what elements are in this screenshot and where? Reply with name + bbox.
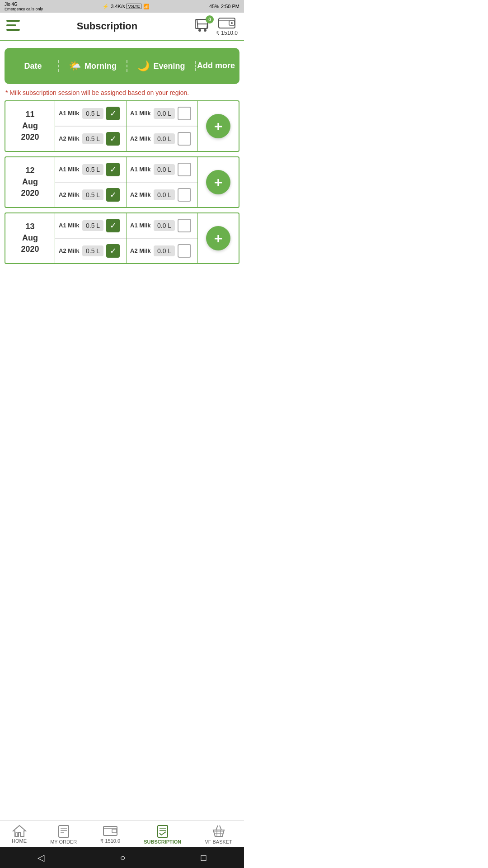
subscription-rows: 11Aug2020A1 Milk0.5 L✓A2 Milk0.5 L✓A1 Mi… (0, 100, 244, 264)
wallet-display[interactable]: ₹ 1510.0 (216, 16, 238, 36)
morning-checkbox[interactable]: ✓ (106, 188, 120, 202)
morning-milk-row-1-0: A1 Milk0.5 L✓ (55, 157, 126, 182)
th-morning-label: Morning (84, 61, 117, 71)
evening-checkbox[interactable] (178, 244, 191, 258)
evening-milk-row-1-0: A1 Milk0.0 L (127, 157, 197, 182)
add-more-button-1[interactable]: + (206, 170, 230, 194)
morning-checkbox[interactable]: ✓ (106, 219, 120, 232)
th-morning: 🌤️ Morning (58, 60, 127, 72)
emergency-text: Emergency calls only (5, 7, 43, 11)
morning-checkbox[interactable]: ✓ (106, 163, 120, 176)
evening-section-0: A1 Milk0.0 LA2 Milk0.0 L (127, 101, 198, 151)
evening-section-1: A1 Milk0.0 LA2 Milk0.0 L (127, 157, 198, 207)
evening-checkbox[interactable] (178, 188, 191, 202)
th-addmore-label: Add more (197, 61, 235, 71)
add-more-button-2[interactable]: + (206, 226, 230, 250)
wallet-amount: ₹ 1510.0 (216, 30, 238, 36)
svg-point-4 (198, 29, 201, 32)
add-more-cell-0: + (198, 101, 239, 151)
svg-point-9 (231, 22, 233, 24)
evening-checkbox[interactable] (178, 219, 191, 232)
evening-section-2: A1 Milk0.0 LA2 Milk0.0 L (127, 213, 198, 263)
menu-button[interactable] (6, 20, 20, 33)
add-more-button-0[interactable]: + (206, 114, 230, 138)
add-more-cell-2: + (198, 213, 239, 263)
milk-label: A2 Milk (59, 247, 80, 254)
morning-section-1: A1 Milk0.5 L✓A2 Milk0.5 L✓ (55, 157, 127, 207)
status-bar: Jio 4G Emergency calls only ⚡ 3.4K/s VoL… (0, 0, 244, 13)
quantity-box: 0.0 L (154, 108, 175, 119)
milk-label: A2 Milk (130, 191, 151, 198)
evening-checkbox[interactable] (178, 163, 191, 176)
subscription-row-0: 11Aug2020A1 Milk0.5 L✓A2 Milk0.5 L✓A1 Mi… (5, 100, 239, 152)
morning-checkbox[interactable]: ✓ (106, 107, 120, 120)
milk-label: A1 Milk (59, 110, 80, 117)
svg-rect-0 (6, 20, 20, 22)
add-more-cell-1: + (198, 157, 239, 207)
th-addmore: Add more (195, 61, 236, 71)
date-cell-1: 12Aug2020 (5, 157, 55, 207)
clock: 2:50 PM (221, 4, 239, 9)
app-header: Subscription 0 ₹ 1510.0 (0, 13, 244, 41)
subscription-notice: * Milk subscription session will be assi… (5, 89, 239, 98)
cart-button[interactable]: 0 (194, 18, 211, 35)
th-evening: 🌙 Evening (127, 60, 195, 72)
milk-label: A1 Milk (130, 222, 151, 229)
morning-section-0: A1 Milk0.5 L✓A2 Milk0.5 L✓ (55, 101, 127, 151)
evening-icon: 🌙 (137, 60, 150, 72)
wallet-icon (218, 16, 235, 30)
svg-rect-1 (6, 24, 16, 26)
volte-badge: VoLTE (127, 4, 141, 9)
evening-checkbox[interactable] (178, 107, 191, 120)
quantity-box: 0.5 L (82, 189, 103, 200)
milk-label: A1 Milk (59, 166, 80, 173)
morning-checkbox[interactable]: ✓ (106, 132, 120, 146)
milk-label: A1 Milk (130, 110, 151, 117)
morning-section-2: A1 Milk0.5 L✓A2 Milk0.5 L✓ (55, 213, 127, 263)
morning-milk-row-1-1: A2 Milk0.5 L✓ (55, 182, 126, 207)
milk-label: A2 Milk (59, 135, 80, 142)
quantity-box: 0.0 L (154, 133, 175, 144)
status-right: 45% 2:50 PM (209, 4, 239, 9)
date-cell-2: 13Aug2020 (5, 213, 55, 263)
quantity-box: 0.0 L (154, 164, 175, 175)
battery-level: 45% (209, 4, 219, 9)
header-actions: 0 ₹ 1510.0 (194, 16, 238, 36)
date-cell-0: 11Aug2020 (5, 101, 55, 151)
subscription-row-2: 13Aug2020A1 Milk0.5 L✓A2 Milk0.5 L✓A1 Mi… (5, 212, 239, 264)
carrier-name: Jio 4G (5, 2, 43, 7)
th-date: Date (8, 61, 58, 71)
milk-label: A2 Milk (130, 247, 151, 254)
usb-icon: ⚡ (103, 4, 109, 9)
morning-checkbox[interactable]: ✓ (106, 244, 120, 258)
morning-icon: 🌤️ (69, 60, 81, 72)
quantity-box: 0.0 L (154, 245, 175, 256)
milk-label: A1 Milk (59, 222, 80, 229)
quantity-box: 0.0 L (154, 189, 175, 200)
th-evening-label: Evening (153, 61, 185, 71)
evening-milk-row-2-0: A1 Milk0.0 L (127, 213, 197, 238)
quantity-box: 0.5 L (82, 133, 103, 144)
evening-milk-row-0-0: A1 Milk0.0 L (127, 101, 197, 126)
quantity-box: 0.5 L (82, 220, 103, 231)
svg-rect-2 (6, 29, 20, 31)
cart-count: 0 (206, 15, 214, 24)
subscription-table-header: Date 🌤️ Morning 🌙 Evening Add more (5, 48, 239, 84)
evening-checkbox[interactable] (178, 132, 191, 146)
milk-label: A2 Milk (59, 191, 80, 198)
quantity-box: 0.5 L (82, 245, 103, 256)
morning-milk-row-0-1: A2 Milk0.5 L✓ (55, 126, 126, 151)
subscription-row-1: 12Aug2020A1 Milk0.5 L✓A2 Milk0.5 L✓A1 Mi… (5, 156, 239, 208)
morning-milk-row-2-1: A2 Milk0.5 L✓ (55, 238, 126, 263)
milk-label: A1 Milk (130, 166, 151, 173)
evening-milk-row-0-1: A2 Milk0.0 L (127, 126, 197, 151)
evening-milk-row-2-1: A2 Milk0.0 L (127, 238, 197, 263)
main-content: Date 🌤️ Morning 🌙 Evening Add more * Mil… (0, 48, 244, 323)
carrier-info: Jio 4G Emergency calls only (5, 2, 43, 11)
status-center: ⚡ 3.4K/s VoLTE 📶 (103, 4, 150, 9)
morning-milk-row-0-0: A1 Milk0.5 L✓ (55, 101, 126, 126)
page-title: Subscription (77, 20, 137, 32)
hamburger-icon[interactable] (6, 20, 20, 33)
morning-milk-row-2-0: A1 Milk0.5 L✓ (55, 213, 126, 238)
quantity-box: 0.0 L (154, 220, 175, 231)
